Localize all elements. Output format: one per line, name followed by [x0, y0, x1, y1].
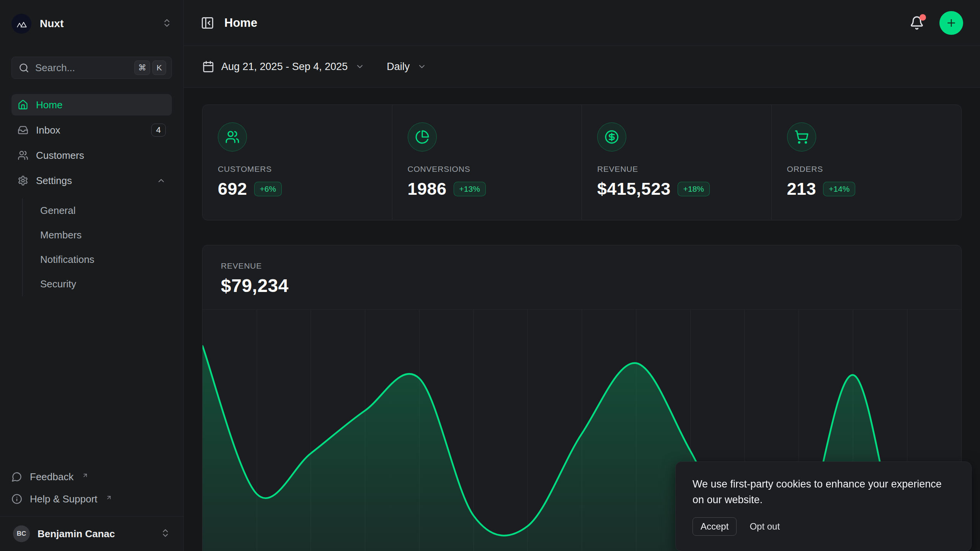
gear-icon: [18, 175, 28, 186]
revenue-chart-total: $79,234: [221, 275, 943, 296]
chevron-up-icon: [157, 176, 166, 185]
kbd-meta: ⌘: [134, 60, 150, 75]
shopping-cart-icon: [787, 122, 816, 152]
pie-chart-icon: [408, 122, 437, 152]
chevrons-up-down-icon: [160, 528, 170, 540]
stat-delta-badge: +13%: [454, 182, 486, 196]
stats-card: Customers 692 +6% Conversions 1986 +13%: [202, 104, 962, 220]
sidebar-item-security[interactable]: Security: [40, 272, 172, 296]
sidebar-item-feedback[interactable]: Feedback: [11, 466, 172, 488]
search-placeholder: Search...: [35, 62, 126, 74]
stat-label: Orders: [787, 165, 946, 174]
stat-label: Customers: [218, 165, 377, 174]
stat-value: 1986: [408, 179, 447, 199]
external-link-icon: [82, 469, 88, 481]
cookie-banner: We use first-party cookies to enhance yo…: [675, 461, 972, 551]
sidebar-item-members[interactable]: Members: [40, 223, 172, 247]
revenue-chart-label: Revenue: [221, 261, 943, 271]
workspace-switcher[interactable]: Nuxt: [11, 13, 172, 34]
add-button[interactable]: [939, 11, 963, 35]
sidebar-item-inbox[interactable]: Inbox 4: [11, 119, 172, 141]
chevron-down-icon: [417, 62, 426, 71]
sidebar-item-label: Settings: [36, 175, 72, 187]
chevrons-up-down-icon: [162, 18, 172, 29]
top-bar: Home: [184, 0, 980, 46]
sidebar-item-label: Customers: [36, 150, 84, 161]
stat-orders[interactable]: Orders 213 +14%: [772, 105, 962, 220]
sidebar: Nuxt Search... ⌘ K Home: [0, 0, 184, 551]
date-range-picker[interactable]: Aug 21, 2025 - Sep 4, 2025: [221, 61, 348, 73]
info-circle-icon: [11, 494, 22, 504]
notifications-button[interactable]: [910, 16, 924, 30]
sidebar-item-label: Inbox: [36, 124, 60, 136]
sidebar-nav: Home Inbox 4 Customers Setting: [11, 94, 172, 296]
page-title: Home: [224, 16, 257, 30]
sidebar-item-help-support[interactable]: Help & Support: [11, 488, 172, 510]
cookie-accept-button[interactable]: Accept: [693, 517, 737, 536]
users-icon: [18, 150, 28, 161]
stat-value: $415,523: [597, 179, 671, 199]
stat-value: 213: [787, 179, 817, 199]
workspace-name: Nuxt: [40, 18, 154, 30]
sidebar-collapse-icon[interactable]: [201, 16, 214, 30]
sidebar-item-general[interactable]: General: [40, 198, 172, 223]
stat-label: Conversions: [408, 165, 567, 174]
circle-dollar-icon: [597, 122, 626, 152]
external-link-icon: [106, 492, 112, 504]
stat-conversions[interactable]: Conversions 1986 +13%: [392, 105, 582, 220]
cookie-optout-button[interactable]: Opt out: [750, 521, 780, 532]
granularity-select[interactable]: Daily: [387, 61, 410, 73]
calendar-icon: [202, 60, 214, 73]
sidebar-item-label: Home: [36, 99, 62, 111]
settings-sub-list: General Members Notifications Security: [22, 198, 172, 296]
filter-toolbar: Aug 21, 2025 - Sep 4, 2025 Daily: [184, 46, 980, 88]
user-avatar: BC: [13, 525, 30, 542]
sidebar-item-home[interactable]: Home: [11, 94, 172, 116]
search-input[interactable]: Search... ⌘ K: [11, 57, 172, 79]
nuxt-logo-icon: [11, 14, 31, 34]
stat-delta-badge: +18%: [678, 182, 710, 196]
stat-delta-badge: +14%: [823, 182, 855, 196]
notification-dot: [920, 14, 926, 21]
sidebar-item-notifications[interactable]: Notifications: [40, 247, 172, 272]
chevron-down-icon: [355, 62, 364, 71]
stat-customers[interactable]: Customers 692 +6%: [203, 105, 392, 220]
inbox-icon: [18, 125, 28, 135]
message-bubble-icon: [11, 471, 22, 482]
home-icon: [18, 99, 28, 110]
user-name: Benjamin Canac: [38, 528, 153, 540]
stat-label: Revenue: [597, 165, 756, 174]
sidebar-item-settings[interactable]: Settings: [11, 170, 172, 191]
users-icon: [218, 122, 247, 152]
user-menu[interactable]: BC Benjamin Canac: [11, 517, 172, 551]
search-icon: [19, 63, 29, 73]
kbd-k: K: [152, 60, 166, 75]
inbox-count-badge: 4: [151, 124, 166, 137]
sidebar-item-customers[interactable]: Customers: [11, 145, 172, 166]
cookie-message: We use first-party cookies to enhance yo…: [693, 476, 954, 507]
stat-value: 692: [218, 179, 247, 199]
stat-revenue[interactable]: Revenue $415,523 +18%: [582, 105, 772, 220]
stat-delta-badge: +6%: [254, 182, 282, 196]
